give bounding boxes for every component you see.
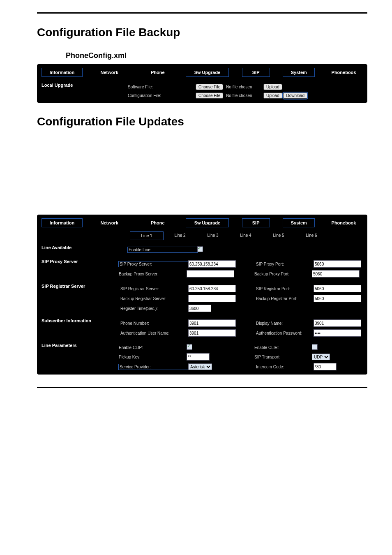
heading-phoneconfig: PhoneConfig.xml (66, 51, 367, 60)
section-sip-proxy: SIP Proxy Server (37, 257, 115, 281)
tab-phonebook-2[interactable]: Phonebook (325, 219, 363, 227)
choose-file-config-button[interactable]: Choose File (196, 92, 223, 99)
line-tab-1[interactable]: Line 1 (130, 231, 164, 240)
input-register-time[interactable] (188, 305, 211, 312)
tab-network-2[interactable]: Network (92, 219, 127, 227)
input-backup-registrar-server[interactable] (188, 295, 236, 302)
label-display-name: Display Name: (256, 321, 314, 326)
label-enable-clir: Enable CLIR: (254, 345, 312, 350)
label-config-file: Configuration File: (128, 93, 196, 98)
checkbox-enable-line[interactable] (197, 246, 203, 252)
label-backup-proxy-port: Backup Proxy Port: (254, 272, 312, 276)
label-enable-line: Enable Line: (128, 247, 197, 252)
no-file-software: No file chosen (226, 85, 252, 89)
tab-sw-upgrade[interactable]: Sw Upgrade (186, 68, 229, 77)
label-auth-user: Authentication User Name: (120, 331, 188, 335)
input-sip-proxy-port[interactable] (314, 260, 361, 268)
tab-sw-upgrade-2[interactable]: Sw Upgrade (186, 218, 229, 227)
input-intercom-code[interactable] (314, 363, 337, 370)
label-backup-registrar-server: Backup Registrar Server: (120, 296, 188, 301)
input-pickup-key[interactable] (187, 353, 210, 361)
tab-system[interactable]: System (283, 68, 315, 77)
download-config-button[interactable]: Download (283, 92, 307, 99)
tab-information[interactable]: Information (42, 68, 83, 77)
section-subscriber: Subscriber Information (37, 316, 116, 340)
line-tab-5[interactable]: Line 5 (262, 231, 295, 240)
line-tab-2[interactable]: Line 2 (164, 231, 196, 240)
tab-information-2[interactable]: Information (42, 218, 83, 227)
input-sip-registrar-server[interactable] (188, 285, 236, 292)
input-sip-proxy-server[interactable] (188, 260, 236, 268)
upload-config-button[interactable]: Upload (263, 92, 282, 99)
input-backup-proxy-port[interactable] (312, 270, 360, 278)
label-enable-clip: Enable CLIP: (119, 345, 187, 350)
section-line-parameters: Line Parameters (37, 340, 115, 374)
label-sip-registrar-server: SIP Registrar Server: (120, 287, 188, 291)
label-sip-proxy-server: SIP Proxy Server: (119, 261, 188, 267)
heading-backup: Configuration File Backup (37, 26, 367, 39)
no-file-config: No file chosen (226, 93, 252, 98)
label-register-time: Register Time(Sec.): (120, 306, 188, 311)
label-phone-number: Phone Number: (120, 321, 188, 326)
line-tab-6[interactable]: Line 6 (295, 231, 328, 240)
tab-phonebook[interactable]: Phonebook (325, 68, 363, 76)
input-phone-number[interactable] (188, 319, 236, 327)
tab-phone[interactable]: Phone (143, 68, 173, 76)
tab-system-2[interactable]: System (283, 218, 315, 227)
label-sip-registrar-port: SIP Registrar Port: (256, 287, 314, 291)
tab-network[interactable]: Network (92, 68, 127, 76)
screenshot-sip: Information Network Phone Sw Upgrade SIP… (37, 215, 367, 375)
side-local-upgrade: Local Upgrade (37, 80, 124, 102)
tab-sip[interactable]: SIP (242, 68, 270, 77)
choose-file-software-button[interactable]: Choose File (196, 84, 223, 90)
checkbox-enable-clip[interactable] (187, 344, 192, 350)
label-sip-transport: SIP Transport: (254, 355, 312, 359)
heading-updates: Configuration File Updates (37, 115, 367, 128)
input-auth-pass[interactable] (314, 329, 361, 337)
tab-sip-2[interactable]: SIP (242, 218, 270, 227)
label-backup-registrar-port: Backup Registrar Port: (256, 296, 314, 301)
input-backup-registrar-port[interactable] (314, 295, 361, 302)
checkbox-enable-clir[interactable] (312, 344, 318, 350)
screenshot-sw-upgrade: Information Network Phone Sw Upgrade SIP… (37, 64, 367, 103)
input-auth-user[interactable] (188, 329, 236, 337)
input-backup-proxy-server[interactable] (187, 270, 234, 278)
label-software-file: Software File: (128, 85, 196, 89)
input-sip-registrar-port[interactable] (314, 285, 361, 292)
line-tab-3[interactable]: Line 3 (196, 231, 229, 240)
select-sip-transport[interactable]: UDP (312, 354, 330, 360)
tab-phone-2[interactable]: Phone (143, 219, 173, 227)
label-auth-pass: Authentication Password: (256, 331, 314, 335)
input-display-name[interactable] (314, 319, 361, 327)
label-intercom-code: Intercom Code: (256, 365, 314, 369)
select-service-provider[interactable]: Asterisk (188, 363, 212, 370)
label-pickup-key: Pickup Key: (119, 355, 187, 359)
upload-software-button[interactable]: Upload (263, 84, 282, 90)
section-sip-registrar: SIP Registrar Server (37, 281, 116, 316)
line-tab-4[interactable]: Line 4 (229, 231, 262, 240)
label-backup-proxy-server: Backup Proxy Server: (119, 272, 187, 276)
section-line-available: Line Available (37, 243, 124, 257)
label-sip-proxy-port: SIP Proxy Port: (256, 262, 314, 266)
label-service-provider: Service Provider: (119, 364, 188, 370)
